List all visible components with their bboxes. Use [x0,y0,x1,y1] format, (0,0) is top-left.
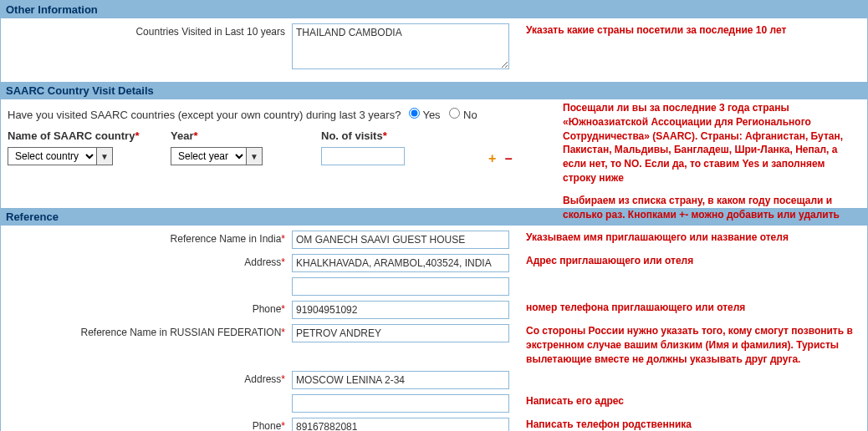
saarc-year-select[interactable]: Select year [171,148,246,165]
ref-address-home-input[interactable] [292,371,509,389]
chevron-down-icon: ▼ [96,148,112,165]
ref-address-india-note: Адрес приглашающего или отеля [518,254,860,268]
ref-name-india-note: Указываем имя приглашающего или название… [518,231,860,245]
saarc-year-label: Year [171,129,193,142]
countries-visited-note: Указать какие страны посетили за последн… [518,23,860,38]
ref-phone-india-input[interactable] [292,301,509,319]
ref-phone-india-note: номер телефона приглашающего или отеля [518,301,860,315]
ref-address-home-input-2[interactable] [292,394,509,413]
ref-phone-india-label: Phone [253,303,282,315]
add-row-icon[interactable]: + [488,151,496,165]
chevron-down-icon: ▼ [246,148,262,165]
saarc-country-select-wrap[interactable]: Select country ▼ [8,147,113,165]
ref-phone-home-label: Phone [253,420,282,431]
ref-name-home-label: Reference Name in RUSSIAN FEDERATION [80,327,281,338]
ref-address-home-label: Address [244,373,281,385]
remove-row-icon[interactable]: – [505,151,513,165]
ref-address-india-input-2[interactable] [292,277,509,296]
saarc-no-label: No [463,109,477,121]
saarc-year-select-wrap[interactable]: Select year ▼ [171,147,263,165]
saarc-yes-radio[interactable] [409,108,420,119]
section-saarc: SAARC Country Visit Details [1,82,867,99]
ref-name-india-input[interactable] [292,231,509,249]
ref-name-india-label: Reference Name in India [171,233,282,245]
countries-visited-input[interactable]: THAILAND CAMBODIA [292,23,509,69]
ref-address-india-input[interactable] [292,254,509,272]
ref-phone-home-input[interactable] [292,418,509,431]
saarc-visits-input[interactable] [321,147,405,165]
saarc-question: Have you visited SAARC countries (except… [8,109,401,121]
countries-visited-label: Countries Visited in Last 10 years [8,23,292,38]
saarc-country-label: Name of SAARC country [8,129,135,142]
saarc-note-2: Выбираем из списка страну, в каком году … [563,194,857,222]
section-other-info: Other Information [1,1,867,18]
ref-address-home-note: Написать его адрес [518,394,860,408]
saarc-visits-label: No. of visits [321,129,383,142]
saarc-no-radio[interactable] [449,108,460,119]
saarc-note-1: Посещали ли вы за последние 3 года стран… [563,101,857,185]
saarc-country-select[interactable]: Select country [8,148,96,165]
ref-name-home-input[interactable] [292,324,509,342]
ref-phone-home-note: Написать телефон родственника [518,418,860,431]
ref-name-home-note: Со стороны России нужно указать того, ко… [518,324,860,366]
saarc-yes-label: Yes [422,109,440,121]
ref-address-india-label: Address [244,256,281,268]
